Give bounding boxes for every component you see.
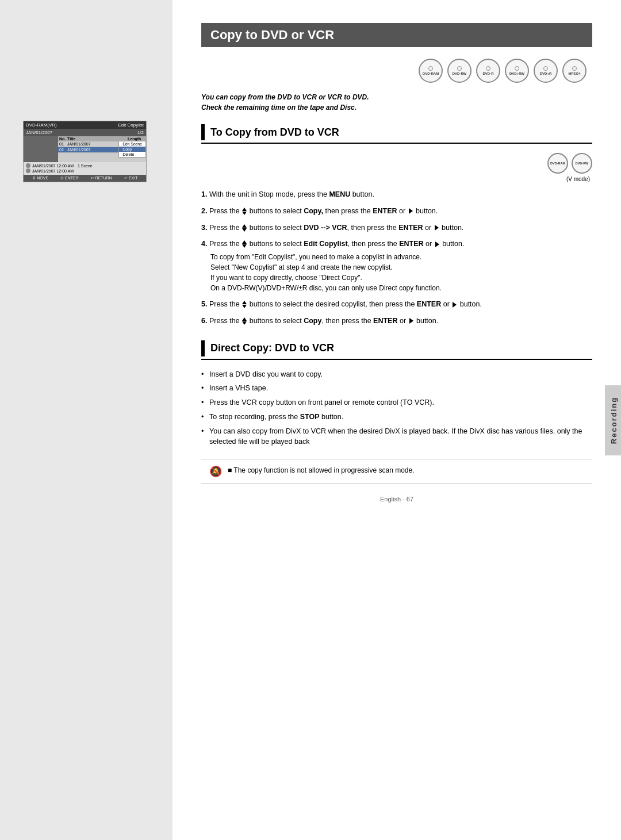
step-3: 3. Press the buttons to select DVD --> V… <box>201 223 592 233</box>
disc-label-dvd-plus-rw: DVD+RW <box>509 72 524 76</box>
col-num: No. <box>59 137 67 141</box>
down-arrow <box>242 212 247 215</box>
footer-scene: 1 Scene <box>78 164 93 168</box>
section2-title: Direct Copy: DVD to VCR <box>210 342 334 354</box>
section2-bar <box>201 340 205 356</box>
small-disc-label-dvd-ram: DVD-RAM <box>550 162 565 165</box>
down-arrow <box>242 305 247 308</box>
row2-num: 02 <box>59 148 67 152</box>
disc-icon-mpeg4: MPEG4 <box>562 59 586 83</box>
footer-text: English - 67 <box>380 496 413 503</box>
screen-header: DVD-RAM(VR) Edit Copylist <box>24 121 146 129</box>
step-5: 5. Press the buttons to select the desir… <box>201 299 592 310</box>
step4-sub3: If you want to copy directly, choose "Di… <box>210 273 592 283</box>
nav-enter: ⊙ ENTER <box>60 176 79 181</box>
small-disc-dvd-ram: DVD-RAM <box>547 153 568 174</box>
step4-num: 4. <box>201 240 207 248</box>
down-arrow <box>242 244 247 248</box>
col-length: Length <box>128 137 145 141</box>
page-footer: English - 67 <box>201 496 592 503</box>
updown-arrows-2 <box>241 208 247 215</box>
disc-inner <box>428 66 433 71</box>
footer-text-1: JAN/01/2007 12:00 AM <box>32 164 74 168</box>
up-arrow <box>242 240 247 244</box>
screen-mockup: DVD-RAM(VR) Edit Copylist JAN/01/2007 1/… <box>23 121 147 182</box>
context-edit-scene: Edit Scene <box>119 141 145 147</box>
footer-icon-1 <box>26 163 30 168</box>
disc-icons-row: DVD-RAM DVD-RW DVD-R DVD+RW DVD+R MPEG4 <box>201 59 592 83</box>
col-title: Title <box>67 137 128 141</box>
disc-inner <box>515 66 519 71</box>
intro-line2: Check the remaining time on the tape and… <box>201 102 592 113</box>
bullet-4: To stop recording, press the STOP button… <box>201 412 592 423</box>
up-arrow <box>242 224 247 228</box>
disc-label-dvd-plus-r: DVD+R <box>540 72 552 76</box>
footer-item-1: JAN/01/2007 12:00 AM 1 Scene <box>26 163 144 168</box>
note-box: 🔕 ■ The copy function is not allowed in … <box>201 459 592 484</box>
section1-header: To Copy from DVD to VCR <box>201 124 592 144</box>
bullet-1: Insert a DVD disc you want to copy. <box>201 369 592 380</box>
disc-inner <box>543 66 548 71</box>
section1-disc-icons: DVD-RAM DVD-RW <box>201 153 592 174</box>
disc-icon-dvd-plus-r: DVD+R <box>534 59 558 83</box>
step-4: 4. Press the buttons to select Edit Copy… <box>201 239 592 293</box>
right-arrow <box>453 302 457 308</box>
up-arrow <box>242 317 247 321</box>
screen-sub-right: 1/2 <box>137 130 144 135</box>
context-copy: Copy <box>119 147 145 152</box>
updown-arrows-3 <box>241 224 247 232</box>
direct-copy-bullets: Insert a DVD disc you want to copy. Inse… <box>201 369 592 448</box>
disc-label-dvd-r: DVD-R <box>483 72 494 76</box>
section1-bar <box>201 124 205 140</box>
bullet-3: Press the VCR copy button on front panel… <box>201 397 592 408</box>
step6-num: 6. <box>201 317 207 325</box>
screen-footer-items: JAN/01/2007 12:00 AM 1 Scene JAN/01/2007… <box>24 162 146 175</box>
step-1: 1. With the unit in Stop mode, press the… <box>201 189 592 200</box>
step2-num: 2. <box>201 207 207 215</box>
section1-title: To Copy from DVD to VCR <box>210 126 339 139</box>
section2-header: Direct Copy: DVD to VCR <box>201 340 592 360</box>
v-mode-text: (V mode) <box>201 176 590 182</box>
step5-num: 5. <box>201 300 207 308</box>
step-6: 6. Press the buttons to select Copy, the… <box>201 316 592 327</box>
intro-text: You can copy from the DVD to VCR or VCR … <box>201 92 592 113</box>
step3-text: Press the buttons to select DVD --> VCR,… <box>209 224 463 232</box>
step5-text: Press the buttons to select the desired … <box>209 300 482 308</box>
screen-header-left: DVD-RAM(VR) <box>26 122 57 128</box>
step4-sub2: Select "New Copylist" at step 4 and crea… <box>210 262 592 273</box>
recording-tab: Recording <box>605 385 621 455</box>
footer-item-2: JAN/01/2007 12:00 AM <box>26 168 144 173</box>
disc-icon-dvd-plus-rw: DVD+RW <box>505 59 529 83</box>
step1-num: 1. <box>201 190 207 198</box>
disc-icon-dvd-ram: DVD-RAM <box>419 59 443 83</box>
disc-label-dvd-ram: DVD-RAM <box>423 72 439 76</box>
screen-sub-left: JAN/01/2007 <box>26 130 52 135</box>
note-icon: 🔕 <box>209 465 222 478</box>
updown-arrows-5 <box>241 301 247 308</box>
disc-inner <box>457 66 462 71</box>
intro-line1: You can copy from the DVD to VCR or VCR … <box>201 92 592 102</box>
right-arrow <box>435 225 439 231</box>
disc-inner <box>572 66 577 71</box>
step4-sub: To copy from "Edit Copylist", you need t… <box>201 252 592 293</box>
nav-exit: ↵ EXIT <box>124 176 138 181</box>
row1-num: 01 <box>59 142 67 146</box>
page-title: Copy to DVD or VCR <box>201 23 592 47</box>
step-2: 2. Press the buttons to select Copy, the… <box>201 206 592 217</box>
right-arrow <box>409 208 413 214</box>
up-arrow <box>242 301 247 304</box>
updown-arrows-4 <box>241 240 247 248</box>
note-text: ■ The copy function is not allowed in pr… <box>228 465 415 475</box>
step3-num: 3. <box>201 224 207 232</box>
main-content: Copy to DVD or VCR DVD-RAM DVD-RW DVD-R … <box>172 0 621 840</box>
disc-icon-dvd-r: DVD-R <box>476 59 500 83</box>
step4-sub4: On a DVD-RW(V)/DVD+RW/±R disc, you can o… <box>210 283 592 293</box>
nav-return: ↩ RETURN <box>91 176 112 181</box>
bullet-5: You can also copy from DivX to VCR when … <box>201 426 592 448</box>
updown-arrows-6 <box>241 317 247 325</box>
left-panel: DVD-RAM(VR) Edit Copylist JAN/01/2007 1/… <box>0 0 172 840</box>
right-arrow <box>409 318 413 324</box>
disc-label-dvd-rw: DVD-RW <box>453 72 467 76</box>
context-delete: Delete <box>119 152 145 157</box>
step4-text: Press the buttons to select Edit Copylis… <box>209 240 464 248</box>
